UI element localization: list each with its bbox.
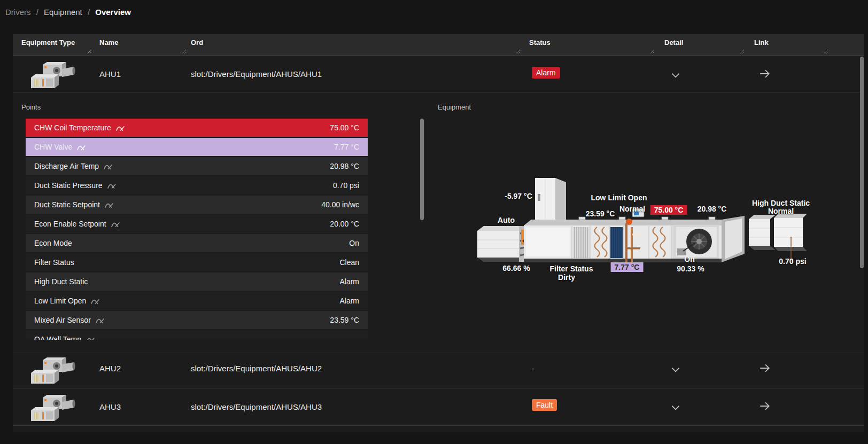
equipment-panel-title: Equipment [438,103,471,111]
filter-status-label: Filter Status [550,264,593,273]
breadcrumb-separator: / [88,7,90,17]
point-row-discharge-air-temp[interactable]: Discharge Air Temp 20.98 °C [26,157,368,175]
arrow-right-icon[interactable] [759,68,771,79]
point-row-chw-coil-temperature[interactable]: CHW Coil Temperature 75.00 °C [26,119,368,137]
point-row-econ-enable-setpoint[interactable]: Econ Enable Setpoint 20.00 °C [26,215,368,233]
equipment-overview-page: Drivers / Equipment / Overview Equipment… [0,0,868,444]
point-row-low-limit-open[interactable]: Low Limit Open Alarm [26,292,368,310]
point-value: 75.00 °C [330,123,359,132]
point-row-chw-valve[interactable]: CHW Valve 7.77 °C [26,138,368,156]
column-resize-handle-icon[interactable] [87,49,92,54]
point-label: Low Limit Open [34,297,86,305]
point-value: 0.70 psi [333,181,359,190]
point-label: High Duct Static [34,277,88,286]
breadcrumb: Drivers / Equipment / Overview [5,7,134,17]
trend-chart-icon[interactable] [86,336,95,340]
point-value: 7.77 °C [334,143,359,151]
equipment-name: AHU1 [99,69,121,79]
high-duct-static-value: Normal [768,207,794,215]
equipment-name: AHU2 [99,364,121,373]
point-value: 20.98 °C [330,162,359,170]
trend-chart-icon[interactable] [104,163,113,170]
ahu-thumbnail [27,353,77,386]
point-label: Mixed Air Sensor [34,316,91,324]
arrow-right-icon[interactable] [759,401,771,411]
column-header-name[interactable]: Name [99,38,118,46]
point-value: 23.59 °C [330,316,359,324]
point-label: Duct Static Setpoint [34,200,100,209]
column-header-detail[interactable]: Detail [664,38,683,46]
fan-speed-label: 90.33 % [677,264,704,273]
point-label: OA Wall Temp [34,335,81,340]
point-value: 20.00 °C [330,220,359,228]
point-row-high-duct-static[interactable]: High Duct Static Alarm [26,272,368,291]
chw-coil-temp-badge: 75.00 °C [650,205,687,215]
chw-valve-badge: 7.77 °C [611,262,644,272]
equipment-ord: slot:/Drivers/Equipment/AHUS/AHU2 [191,364,322,373]
breadcrumb-equipment[interactable]: Equipment [44,7,82,17]
column-header-equipment-type[interactable]: Equipment Type [21,38,75,46]
mixed-air-temp-label: 23.59 °C [586,209,615,218]
equipment-name: AHU3 [99,402,121,411]
point-row-oa-wall-temp[interactable]: OA Wall Temp [26,330,368,340]
equipment-ord: slot:/Drivers/Equipment/AHUS/AHU1 [191,69,322,79]
trend-chart-icon[interactable] [96,317,105,324]
status-empty: - [532,364,534,373]
low-limit-label: Low Limit Open [591,193,647,202]
point-value: Alarm [339,277,359,286]
damper-mode-label: Auto [498,216,515,224]
point-row-duct-static-setpoint[interactable]: Duct Static Setpoint 40.00 in/wc [26,196,368,214]
point-value: Clean [339,258,359,267]
point-row-econ-mode[interactable]: Econ Mode On [26,234,368,252]
low-limit-value: Normal [619,205,645,213]
high-duct-static-label: High Duct Static [752,199,810,207]
point-row-mixed-air-sensor[interactable]: Mixed Air Sensor 23.59 °C [26,311,368,329]
trend-chart-icon[interactable] [107,182,117,189]
arrow-right-icon[interactable] [759,363,771,373]
column-resize-handle-icon[interactable] [515,49,521,54]
table-scrollbar[interactable] [860,57,864,268]
filter-status-value: Dirty [558,273,575,282]
trend-chart-icon[interactable] [77,144,86,151]
trend-chart-icon[interactable] [111,221,120,228]
column-resize-handle-icon[interactable] [823,49,828,54]
discharge-temp-label: 20.98 °C [698,205,727,213]
table-header [13,34,864,55]
points-list: CHW Coil Temperature 75.00 °C CHW Valve … [26,119,368,340]
point-label: CHW Valve [34,143,72,151]
fan-status-label: On [684,255,694,263]
ahu-diagram [470,168,807,275]
breadcrumb-separator: / [36,7,38,17]
column-resize-handle-icon[interactable] [739,49,745,54]
outside-air-temp-label: -5.97 °C [505,192,532,200]
breadcrumb-drivers[interactable]: Drivers [5,7,31,17]
duct-pressure-label: 0.70 psi [779,257,806,266]
point-row-duct-static-pressure[interactable]: Duct Static Pressure 0.70 psi [26,176,368,194]
column-header-link[interactable]: Link [754,38,769,46]
column-header-ord[interactable]: Ord [191,38,203,46]
chevron-down-icon[interactable] [670,364,681,375]
chevron-down-icon[interactable] [670,402,681,413]
points-panel-title: Points [21,103,41,111]
trend-chart-icon[interactable] [116,124,125,131]
point-value: On [349,239,359,247]
point-label: Duct Static Pressure [34,181,103,190]
status-badge: Alarm [532,67,560,79]
column-header-status[interactable]: Status [529,38,551,46]
point-value: Alarm [339,297,359,305]
point-label: Filter Status [34,258,74,267]
point-label: Econ Mode [34,239,72,247]
column-resize-handle-icon[interactable] [181,49,187,54]
breadcrumb-overview: Overview [95,7,131,17]
column-resize-handle-icon[interactable] [649,49,655,54]
trend-chart-icon[interactable] [91,298,100,305]
point-row-filter-status[interactable]: Filter Status Clean [26,253,368,271]
trend-chart-icon[interactable] [105,201,114,208]
ahu-thumbnail [27,57,77,90]
point-label: Econ Enable Setpoint [34,220,106,228]
return-damper-pct-label: 66.66 % [502,264,530,272]
point-label: Discharge Air Temp [34,162,99,170]
equipment-ord: slot:/Drivers/Equipment/AHUS/AHU3 [191,402,322,411]
points-scrollbar[interactable] [420,119,424,220]
chevron-down-icon[interactable] [670,70,681,81]
